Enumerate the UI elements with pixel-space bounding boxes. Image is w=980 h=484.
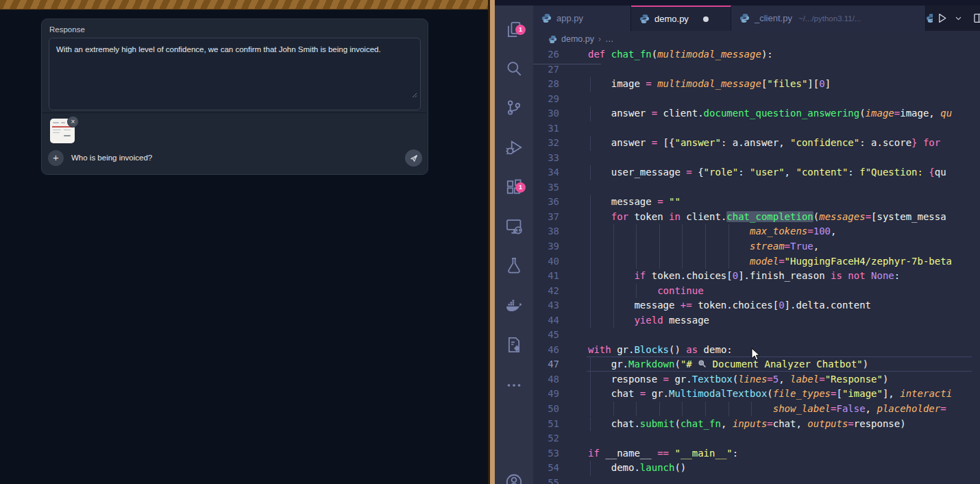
indent-guide bbox=[613, 298, 614, 313]
tab-label: demo.py bbox=[654, 14, 689, 24]
line-number[interactable]: 43 bbox=[533, 298, 567, 313]
code-editor[interactable]: 2627282930313233343536373839404142434445… bbox=[533, 47, 980, 484]
send-button[interactable] bbox=[405, 149, 422, 167]
code-line[interactable]: message = "" bbox=[588, 195, 681, 210]
indent-guide bbox=[728, 402, 729, 417]
add-file-button[interactable]: + bbox=[48, 150, 64, 166]
run-dropdown-chevron-icon[interactable] bbox=[955, 14, 962, 22]
line-number[interactable]: 33 bbox=[533, 151, 567, 166]
remove-attachment-button[interactable]: × bbox=[67, 116, 79, 128]
tools-file-icon[interactable] bbox=[505, 336, 523, 354]
code-line[interactable]: response = gr.Textbox(lines=5, label="Re… bbox=[588, 372, 888, 387]
line-number[interactable]: 47 bbox=[533, 357, 567, 372]
line-number[interactable]: 37 bbox=[533, 210, 567, 225]
code-line[interactable]: if token.choices[0].finish_reason is not… bbox=[588, 269, 900, 284]
code-line[interactable]: demo.launch() bbox=[588, 461, 686, 476]
code-area[interactable]: def chat_fn(multimodal_message): image =… bbox=[588, 47, 953, 484]
run-debug-icon[interactable] bbox=[505, 138, 523, 156]
code-line[interactable]: message += token.choices[0].delta.conten… bbox=[588, 298, 871, 313]
code-line[interactable]: answer = [{"answer": a.answer, "confiden… bbox=[588, 136, 940, 151]
line-number[interactable]: 45 bbox=[533, 328, 567, 343]
indent-guide bbox=[659, 254, 660, 269]
indent-guide bbox=[590, 372, 591, 387]
tab-app-py[interactable]: app.py bbox=[533, 5, 631, 31]
vscode-window: 1 1 bbox=[495, 0, 980, 484]
indent-guide bbox=[590, 417, 591, 432]
line-number[interactable]: 46 bbox=[533, 343, 567, 358]
modified-dot-icon[interactable] bbox=[703, 16, 709, 22]
testing-flask-icon[interactable] bbox=[505, 256, 523, 274]
source-control-icon[interactable] bbox=[505, 99, 523, 117]
indent-guide bbox=[705, 402, 706, 417]
line-number[interactable]: 34 bbox=[533, 165, 567, 180]
response-textarea[interactable]: With an extremely high level of confiden… bbox=[49, 38, 421, 110]
code-line[interactable]: def chat_fn(multimodal_message): bbox=[588, 47, 773, 62]
line-number[interactable]: 29 bbox=[533, 92, 567, 107]
line-number[interactable]: 41 bbox=[533, 269, 567, 284]
search-icon[interactable] bbox=[505, 60, 523, 77]
line-number[interactable]: 52 bbox=[533, 431, 567, 446]
line-number[interactable]: 53 bbox=[533, 446, 567, 461]
response-label: Response bbox=[49, 25, 85, 34]
code-line[interactable]: chat.submit(chat_fn, inputs=chat, output… bbox=[588, 417, 906, 432]
code-line[interactable]: answer = client.document_question_answer… bbox=[588, 106, 952, 121]
line-number[interactable]: 39 bbox=[533, 239, 567, 254]
line-number[interactable]: 26 bbox=[533, 47, 567, 62]
code-line[interactable]: if __name__ == "__main__": bbox=[588, 446, 738, 461]
split-editor-button[interactable] bbox=[973, 12, 980, 24]
resize-handle-icon[interactable] bbox=[411, 91, 417, 98]
line-number[interactable]: 30 bbox=[533, 106, 567, 121]
code-line[interactable]: model="HuggingFaceH4/zephyr-7b-beta" bbox=[588, 254, 953, 269]
code-line[interactable]: for token in client.chat_completion(mess… bbox=[588, 210, 946, 225]
code-line[interactable]: with gr.Blocks() as demo: bbox=[588, 343, 733, 358]
indent-guide bbox=[705, 254, 706, 269]
line-number[interactable]: 54 bbox=[533, 461, 567, 476]
line-number[interactable]: 55 bbox=[533, 476, 567, 484]
code-line[interactable]: image = multimodal_message["files"][0] bbox=[588, 77, 831, 92]
docker-icon[interactable] bbox=[505, 296, 523, 314]
python-icon bbox=[548, 35, 557, 44]
indent-guide bbox=[590, 210, 591, 225]
line-number[interactable]: 27 bbox=[533, 62, 567, 77]
code-line[interactable]: stream=True, bbox=[588, 239, 819, 254]
line-number[interactable]: 35 bbox=[533, 180, 567, 195]
line-number[interactable]: 32 bbox=[533, 136, 567, 151]
tab-client-py[interactable]: _client.py ~/.../python3.11/... bbox=[731, 5, 926, 31]
run-python-file-button[interactable] bbox=[936, 12, 948, 24]
indent-guide bbox=[590, 461, 591, 476]
line-number[interactable]: 42 bbox=[533, 284, 567, 299]
line-number[interactable]: 44 bbox=[533, 313, 567, 328]
line-number[interactable]: 40 bbox=[533, 254, 567, 269]
remote-explorer-icon[interactable] bbox=[505, 217, 523, 235]
breadcrumb[interactable]: demo.py › … bbox=[533, 31, 980, 47]
tab-label: _client.py bbox=[755, 13, 792, 23]
line-number[interactable]: 36 bbox=[533, 195, 567, 210]
tab-description: ~/.../python3.11/... bbox=[798, 14, 861, 23]
line-number[interactable]: 49 bbox=[533, 387, 567, 402]
code-line[interactable]: show_label=False, placeholder= bbox=[588, 402, 946, 417]
code-line[interactable]: gr.Markdown("# Document Analyzer Chatbot… bbox=[588, 357, 868, 372]
tab-demo-py[interactable]: demo.py bbox=[631, 5, 731, 31]
code-line[interactable]: continue bbox=[588, 284, 704, 299]
account-icon[interactable] bbox=[505, 473, 523, 484]
indent-guide bbox=[636, 224, 637, 239]
line-number[interactable]: 31 bbox=[533, 121, 567, 136]
line-number[interactable]: 38 bbox=[533, 224, 567, 239]
code-line[interactable]: user_message = {"role": "user", "content… bbox=[588, 165, 946, 180]
line-number[interactable]: 51 bbox=[533, 417, 567, 432]
mouse-cursor-icon bbox=[751, 348, 761, 362]
code-line[interactable]: chat = gr.MultimodalTextbox(file_types=[… bbox=[588, 387, 953, 402]
indent-guide bbox=[751, 402, 752, 417]
code-line[interactable]: max_tokens=100, bbox=[588, 224, 836, 239]
line-number[interactable]: 28 bbox=[533, 77, 567, 92]
line-number[interactable]: 48 bbox=[533, 372, 567, 387]
indent-guide bbox=[613, 269, 614, 284]
line-number[interactable]: 50 bbox=[533, 402, 567, 417]
indent-guide bbox=[613, 284, 614, 299]
chat-input[interactable]: Who is being invoiced? bbox=[71, 154, 152, 162]
more-items-icon[interactable] bbox=[505, 376, 523, 394]
code-line[interactable]: yield message bbox=[588, 313, 709, 328]
explorer-badge: 1 bbox=[515, 25, 526, 35]
block-divider bbox=[42, 112, 426, 113]
indent-guide bbox=[636, 239, 637, 254]
